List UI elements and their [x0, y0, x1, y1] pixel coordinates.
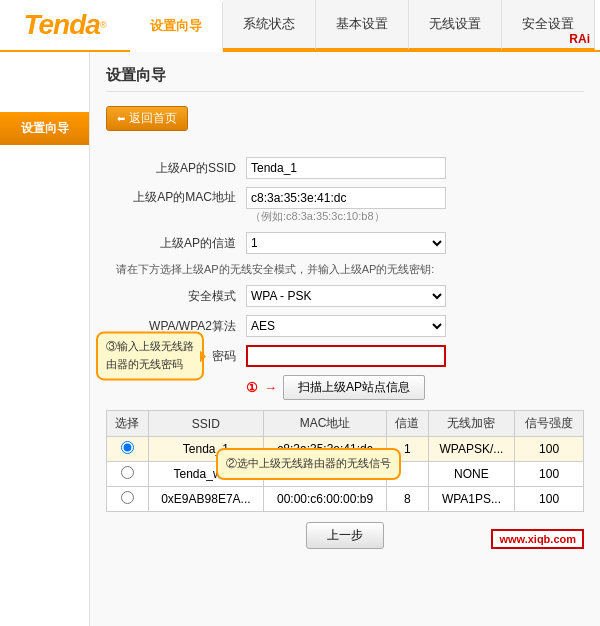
ap-channel-3: 8: [387, 487, 429, 512]
logo: Tenda ®: [0, 0, 130, 50]
watermark-bottom: www.xiqb.com: [491, 529, 584, 549]
tab-system-status[interactable]: 系统状态: [223, 0, 316, 50]
col-signal: 信号强度: [515, 411, 584, 437]
ap-radio-3[interactable]: [121, 491, 134, 504]
algorithm-select[interactable]: AESTKIP: [246, 315, 446, 337]
ssid-label: 上级AP的SSID: [106, 160, 246, 177]
ap-mac-3: 00:00:c6:00:00:b9: [264, 487, 387, 512]
callout-password: ③输入上级无线路 由器的无线密码: [96, 331, 204, 380]
table-row: 0xE9AB98E7A... 00:00:c6:00:00:b9 8 WPA1P…: [107, 487, 584, 512]
col-ssid: SSID: [148, 411, 263, 437]
ap-signal-1: 100: [515, 437, 584, 462]
callout-select-ap: ②选中上级无线路由器的无线信号: [216, 448, 401, 480]
ap-ssid-3: 0xE9AB98E7A...: [148, 487, 263, 512]
col-encrypt: 无线加密: [428, 411, 515, 437]
ap-encrypt-2: NONE: [428, 462, 515, 487]
sidebar: 设置向导: [0, 52, 90, 626]
ap-encrypt-3: WPA1PS...: [428, 487, 515, 512]
col-select: 选择: [107, 411, 149, 437]
nav-tabs: 设置向导 系统状态 基本设置 无线设置 安全设置: [130, 0, 600, 50]
mac-hint: （例如:c8:3a:35:3c:10:b8）: [246, 209, 446, 224]
password-input[interactable]: [246, 345, 446, 367]
ap-radio-2[interactable]: [121, 466, 134, 479]
ap-signal-2: 100: [515, 462, 584, 487]
channel-select[interactable]: 1234 5678 910111213: [246, 232, 446, 254]
col-channel: 信道: [387, 411, 429, 437]
channel-label: 上级AP的信道: [106, 235, 246, 252]
scan-button[interactable]: 扫描上级AP站点信息: [283, 375, 425, 400]
tab-setup-wizard[interactable]: 设置向导: [130, 2, 223, 52]
mac-input[interactable]: [246, 187, 446, 209]
mac-label: 上级AP的MAC地址: [106, 187, 246, 206]
security-note: 请在下方选择上级AP的无线安全模式，并输入上级AP的无线密钥:: [106, 262, 584, 277]
prev-button[interactable]: 上一步: [306, 522, 384, 549]
scan-marker: ①: [246, 380, 258, 395]
ap-radio-1[interactable]: [121, 441, 134, 454]
back-button[interactable]: 返回首页: [106, 106, 188, 131]
main-content: 设置向导 返回首页 上级AP的SSID 上级AP的MAC地址 （例如:c8:3a…: [90, 52, 600, 626]
watermark-top: RAi: [569, 32, 590, 46]
security-label: 安全模式: [106, 288, 246, 305]
ap-signal-3: 100: [515, 487, 584, 512]
page-title: 设置向导: [106, 66, 584, 92]
col-mac: MAC地址: [264, 411, 387, 437]
bottom-row: 上一步 www.xiqb.com: [106, 522, 584, 549]
ssid-input[interactable]: [246, 157, 446, 179]
sidebar-item-setup-wizard[interactable]: 设置向导: [0, 112, 89, 145]
tab-wireless-settings[interactable]: 无线设置: [409, 0, 502, 50]
ap-encrypt-1: WPAPSK/...: [428, 437, 515, 462]
tab-basic-settings[interactable]: 基本设置: [316, 0, 409, 50]
security-select[interactable]: WPA - PSKWPA2 - PSKWEP无: [246, 285, 446, 307]
